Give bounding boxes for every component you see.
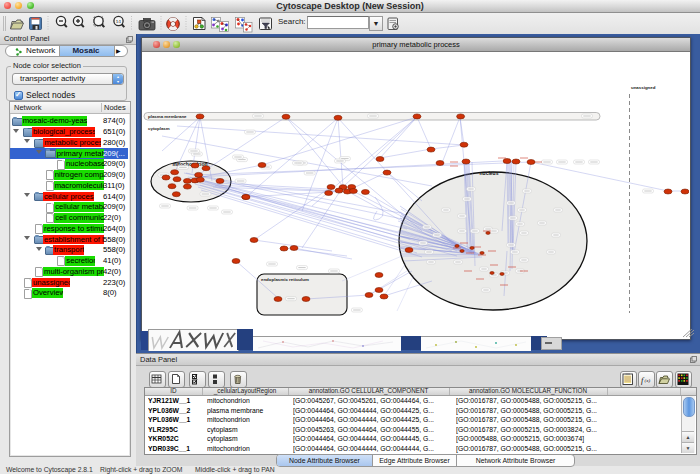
svg-text:1:1: 1:1 <box>116 20 121 24</box>
svg-text:plasma membrane: plasma membrane <box>148 114 187 119</box>
svg-text:cytoplasm: cytoplasm <box>148 126 170 131</box>
svg-text:unassigned: unassigned <box>631 85 656 90</box>
svg-text:(x): (x) <box>645 378 651 383</box>
svg-text:endoplasmic reticulum: endoplasmic reticulum <box>261 277 309 282</box>
svg-text:nucleus: nucleus <box>480 170 499 176</box>
